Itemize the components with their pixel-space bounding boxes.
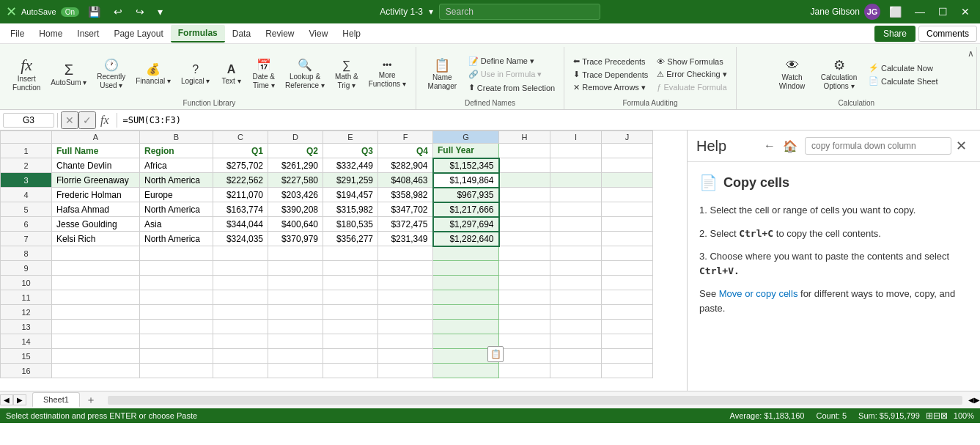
cell-A2[interactable]: Chante Devlin (52, 158, 140, 173)
cell-H10[interactable] (499, 276, 550, 290)
cell-A15[interactable] (52, 349, 140, 364)
more-functions-button[interactable]: ••• MoreFunctions ▾ (365, 59, 410, 91)
menu-insert[interactable]: Insert (70, 26, 106, 42)
row-header-11[interactable]: 11 (1, 290, 52, 305)
paste-options-button[interactable]: 📋 (487, 346, 504, 362)
menu-home[interactable]: Home (32, 26, 70, 42)
cell-B3[interactable]: North America (140, 173, 213, 188)
cell-A1[interactable]: Full Name (52, 144, 140, 158)
customize-button[interactable]: ▾ (153, 6, 167, 18)
cell-H5[interactable] (499, 202, 550, 217)
cell-D11[interactable] (268, 290, 323, 305)
cell-C13[interactable] (213, 320, 268, 334)
lookup-ref-button[interactable]: 🔍 Lookup &Reference ▾ (281, 57, 328, 92)
cell-A16[interactable] (52, 364, 140, 378)
cell-A7[interactable]: Kelsi Rich (52, 232, 140, 246)
insert-function-button[interactable]: fx InsertFunction (9, 55, 44, 95)
ribbon-display-btn[interactable]: ⬜ (885, 6, 906, 18)
cell-A10[interactable] (52, 276, 140, 290)
col-header-E[interactable]: E (323, 131, 378, 144)
cell-G1[interactable]: Full Year (433, 144, 499, 158)
cell-E13[interactable] (323, 320, 378, 334)
cell-C4[interactable]: $211,070 (213, 188, 268, 202)
row-header-5[interactable]: 5 (1, 202, 52, 217)
cell-D10[interactable] (268, 276, 323, 290)
corner-header[interactable] (1, 131, 52, 144)
cell-D5[interactable]: $390,208 (268, 202, 323, 217)
col-header-B[interactable]: B (140, 131, 213, 144)
menu-data[interactable]: Data (225, 26, 258, 42)
cell-J11[interactable] (602, 290, 653, 305)
cell-I4[interactable] (550, 188, 602, 202)
cell-H4[interactable] (499, 188, 550, 202)
cell-I7[interactable] (550, 232, 602, 246)
calc-options-button[interactable]: ⚙ CalculationOptions ▾ (815, 56, 863, 93)
cell-G9[interactable] (433, 261, 499, 276)
undo-button[interactable]: ↩ (109, 6, 127, 18)
cell-H8[interactable] (499, 246, 550, 261)
cell-I14[interactable] (550, 334, 602, 349)
cell-E2[interactable]: $332,449 (323, 158, 378, 173)
cell-B9[interactable] (140, 261, 213, 276)
cell-D8[interactable] (268, 246, 323, 261)
autosave-toggle[interactable]: On (61, 7, 79, 17)
row-header-1[interactable]: 1 (1, 144, 52, 158)
col-header-A[interactable]: A (52, 131, 140, 144)
logical-button[interactable]: ? Logical ▾ (177, 62, 213, 88)
cell-B8[interactable] (140, 246, 213, 261)
row-header-6[interactable]: 6 (1, 217, 52, 232)
cell-I12[interactable] (550, 305, 602, 320)
cell-G2[interactable]: $1,152,345 (433, 158, 499, 173)
cell-E12[interactable] (323, 305, 378, 320)
cell-J6[interactable] (602, 217, 653, 232)
cell-H12[interactable] (499, 305, 550, 320)
cell-H1[interactable] (499, 144, 550, 158)
cell-F10[interactable] (378, 276, 433, 290)
cell-E9[interactable] (323, 261, 378, 276)
cell-B6[interactable]: Asia (140, 217, 213, 232)
col-header-I[interactable]: I (550, 131, 602, 144)
remove-arrows-button[interactable]: ✕ Remove Arrows ▾ (570, 81, 651, 94)
cell-H14[interactable] (499, 334, 550, 349)
row-header-7[interactable]: 7 (1, 232, 52, 246)
save-button[interactable]: 💾 (84, 6, 105, 18)
cell-B14[interactable] (140, 334, 213, 349)
formula-input[interactable] (120, 114, 977, 127)
cell-C1[interactable]: Q1 (213, 144, 268, 158)
cell-J1[interactable] (602, 144, 653, 158)
cell-C6[interactable]: $344,044 (213, 217, 268, 232)
cell-E3[interactable]: $291,259 (323, 173, 378, 188)
cell-C9[interactable] (213, 261, 268, 276)
col-header-J[interactable]: J (602, 131, 653, 144)
row-header-16[interactable]: 16 (1, 364, 52, 378)
cell-E16[interactable] (323, 364, 378, 378)
page-layout-view-button[interactable]: ⊟ (933, 411, 940, 421)
cell-J14[interactable] (602, 334, 653, 349)
cell-B15[interactable] (140, 349, 213, 364)
cell-C16[interactable] (213, 364, 268, 378)
menu-view[interactable]: View (302, 26, 336, 42)
menu-page-layout[interactable]: Page Layout (106, 26, 170, 42)
help-back-button[interactable]: ← (762, 138, 777, 154)
cell-D12[interactable] (268, 305, 323, 320)
calculate-sheet-button[interactable]: 📄 Calculate Sheet (866, 75, 941, 87)
cell-G10[interactable] (433, 276, 499, 290)
page-break-view-button[interactable]: ⊠ (940, 411, 948, 421)
cell-H3[interactable] (499, 173, 550, 188)
error-checking-button[interactable]: ⚠ Error Checking ▾ (654, 68, 729, 81)
cell-J13[interactable] (602, 320, 653, 334)
cell-J3[interactable] (602, 173, 653, 188)
cell-D3[interactable]: $227,580 (268, 173, 323, 188)
cell-I15[interactable] (550, 349, 602, 364)
cell-F16[interactable] (378, 364, 433, 378)
cell-H6[interactable] (499, 217, 550, 232)
cell-F6[interactable]: $372,475 (378, 217, 433, 232)
create-from-selection-button[interactable]: ⬆ Create from Selection (465, 81, 558, 94)
cell-F5[interactable]: $347,702 (378, 202, 433, 217)
cell-A4[interactable]: Frederic Holman (52, 188, 140, 202)
cell-I2[interactable] (550, 158, 602, 173)
cell-D2[interactable]: $261,290 (268, 158, 323, 173)
cell-I3[interactable] (550, 173, 602, 188)
cell-C12[interactable] (213, 305, 268, 320)
financial-button[interactable]: 💰 Financial ▾ (132, 62, 174, 88)
